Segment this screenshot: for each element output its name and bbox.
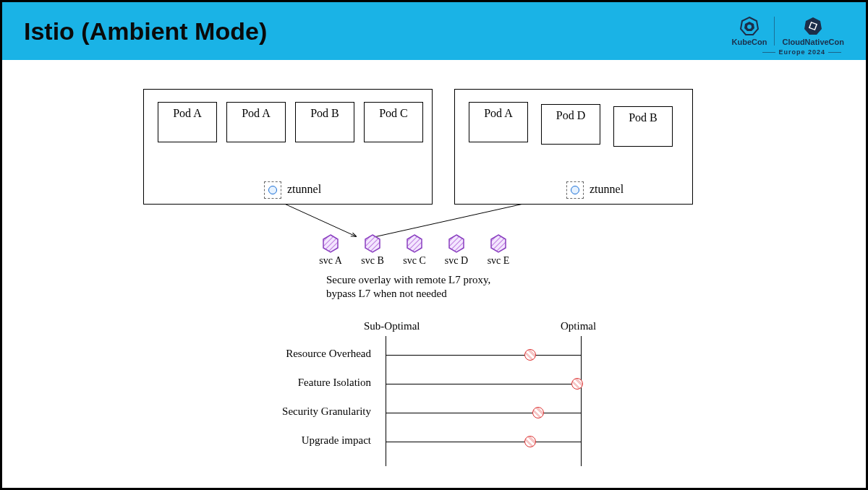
ztunnel-left-label: ztunnel [287, 183, 321, 196]
service-hex-icon [320, 233, 341, 254]
europe-label: Europe 2024 [760, 48, 844, 56]
service-label: svc E [481, 255, 516, 267]
ztunnel-dot-icon [571, 186, 579, 194]
service-hex-icon [362, 233, 383, 254]
ztunnel-left-box [264, 181, 281, 199]
scale-right-label: Optimal [561, 320, 596, 332]
logo-group: KubeCon CloudNativeCon Europe 2024 [732, 16, 844, 46]
description: Secure overlay with remote L7 proxy, byp… [326, 273, 490, 301]
cloudnative-icon [803, 16, 823, 36]
metric-label: Resource Overhead [241, 348, 371, 360]
metric-bar [386, 442, 581, 442]
metric-marker [524, 349, 536, 361]
diagram-canvas: ztunnel ztunnel Secure overlay with remo… [2, 60, 868, 490]
ztunnel-right-label: ztunnel [590, 183, 624, 196]
cloudnative-label: CloudNativeCon [782, 38, 844, 46]
cloudnative-logo-block: CloudNativeCon [782, 16, 844, 46]
kubecon-logo-block: KubeCon [732, 16, 767, 46]
pod-box: Pod A [158, 102, 217, 142]
description-line1: Secure overlay with remote L7 proxy, [326, 273, 490, 287]
metric-label: Security Granularity [241, 405, 371, 418]
service-hex-icon [488, 233, 509, 254]
svg-marker-15 [407, 235, 422, 252]
service-hex-icon [446, 233, 467, 254]
service-hex-icon [404, 233, 425, 254]
pod-box: Pod A [469, 102, 528, 142]
description-line2: bypass L7 when not needed [326, 287, 490, 301]
svg-marker-3 [804, 17, 822, 35]
metric-label: Feature Isolation [241, 377, 371, 389]
svg-marker-13 [323, 235, 338, 252]
pod-box: Pod D [541, 104, 600, 145]
metric-marker [524, 436, 536, 447]
metric-bar [386, 384, 581, 384]
scale-tick-left [386, 336, 386, 466]
metric-marker [571, 378, 583, 390]
service-label: svc D [439, 255, 474, 267]
service-label: svc B [355, 255, 390, 267]
pod-box: Pod C [364, 102, 423, 142]
metric-marker [532, 407, 544, 418]
ztunnel-right-box [566, 181, 584, 199]
ztunnel-dot-icon [268, 186, 277, 194]
pod-box: Pod A [226, 102, 286, 142]
service-label: svc C [397, 255, 432, 267]
scale-left-label: Sub-Optimal [364, 320, 420, 332]
kubecon-icon [739, 16, 760, 36]
svg-marker-17 [491, 235, 506, 252]
metric-bar [386, 355, 581, 356]
svg-point-2 [747, 25, 752, 29]
logo-divider [774, 17, 775, 46]
metric-bar [386, 413, 581, 413]
page-title: Istio (Ambient Mode) [24, 17, 267, 46]
svg-marker-16 [449, 235, 464, 252]
header: Istio (Ambient Mode) KubeCon CloudNative… [2, 2, 866, 60]
svg-marker-14 [365, 235, 380, 252]
pod-box: Pod B [295, 102, 354, 142]
service-label: svc A [313, 255, 348, 267]
metric-label: Upgrade impact [241, 434, 371, 447]
scale-tick-right [581, 336, 582, 466]
kubecon-label: KubeCon [732, 38, 767, 46]
pod-box: Pod B [613, 106, 673, 147]
